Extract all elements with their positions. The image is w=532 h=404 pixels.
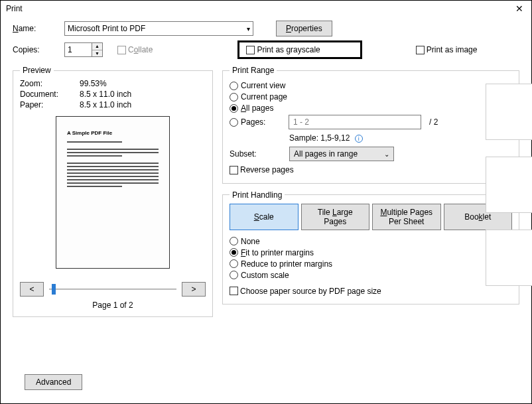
radio-all-pages[interactable]: All pages xyxy=(230,103,512,113)
side-slot-3 xyxy=(486,230,532,286)
grayscale-highlight: Print as grayscale xyxy=(237,40,362,59)
printer-name-value: Microsoft Print to PDF xyxy=(68,24,145,33)
prev-page-button[interactable]: < xyxy=(20,282,44,297)
side-slot-1 xyxy=(486,84,532,140)
right-edge-panels xyxy=(486,84,532,286)
zoom-label: Zoom: xyxy=(20,79,80,88)
advanced-button[interactable]: Advanced xyxy=(25,374,82,390)
radio-custom-scale[interactable]: Custom scale xyxy=(230,271,512,280)
spinner-down-icon[interactable]: ▼ xyxy=(92,50,102,57)
properties-button[interactable]: Properties xyxy=(276,21,332,36)
document-value: 8.5 x 11.0 inch xyxy=(80,90,131,99)
document-label: Document: xyxy=(20,90,80,99)
zoom-value: 99.53% xyxy=(80,79,107,88)
printer-name-combo[interactable]: Microsoft Print to PDF ▾ xyxy=(64,21,253,36)
print-dialog: Print ✕ Name: Microsoft Print to PDF ▾ P… xyxy=(0,0,532,404)
tab-tile-large-pages[interactable]: Tile LargePages xyxy=(301,204,370,230)
pages-total: / 2 xyxy=(429,117,438,127)
pages-sample-label: Sample: 1,5-9,12 xyxy=(289,133,350,143)
next-page-button[interactable]: > xyxy=(182,282,206,297)
info-icon[interactable]: i xyxy=(355,135,363,143)
radio-fit-margins[interactable]: Fit to printer margins xyxy=(230,248,512,257)
copies-input[interactable]: 1 xyxy=(64,42,92,57)
subset-label: Subset: xyxy=(230,149,289,159)
choose-paper-source-checkbox[interactable]: Choose paper source by PDF page size xyxy=(230,287,381,296)
print-handling-legend: Print Handling xyxy=(230,190,285,200)
name-label: Name: xyxy=(13,24,59,33)
window-title: Print xyxy=(6,4,23,13)
side-slot-2 xyxy=(486,157,532,213)
paper-value: 8.5 x 11.0 inch xyxy=(80,100,131,109)
radio-current-view[interactable]: Current view xyxy=(230,81,512,90)
checkbox-icon xyxy=(117,46,126,54)
paper-label: Paper: xyxy=(20,100,80,109)
tab-scale[interactable]: Scale xyxy=(230,204,299,230)
print-as-image-checkbox[interactable]: Print as image xyxy=(416,45,478,54)
chevron-down-icon: ⌄ xyxy=(384,151,389,158)
collate-checkbox: Collate xyxy=(117,45,153,54)
preview-page-title: A Simple PDF File xyxy=(67,130,159,136)
subset-combo[interactable]: All pages in range ⌄ xyxy=(289,147,394,161)
print-range-group: Print Range Current view Current page Al… xyxy=(222,66,519,184)
checkbox-icon xyxy=(246,46,255,54)
reverse-pages-checkbox[interactable]: Reverse pages xyxy=(230,165,294,174)
preview-group: Preview Zoom:99.53% Document:8.5 x 11.0 … xyxy=(13,66,213,317)
copies-spinner[interactable]: ▲ ▼ xyxy=(92,42,103,57)
radio-current-page[interactable]: Current page xyxy=(230,92,512,101)
preview-legend: Preview xyxy=(20,66,54,75)
radio-reduce-margins[interactable]: Reduce to printer margins xyxy=(230,259,512,269)
chevron-down-icon: ▾ xyxy=(247,25,250,33)
spinner-up-icon[interactable]: ▲ xyxy=(92,43,102,50)
page-indicator: Page 1 of 2 xyxy=(20,301,206,310)
print-handling-group: Print Handling Scale Tile LargePages Mul… xyxy=(222,190,519,305)
pages-input[interactable]: 1 - 2 xyxy=(289,115,421,129)
copies-label: Copies: xyxy=(13,45,59,54)
radio-scale-none[interactable]: None xyxy=(230,237,512,246)
radio-pages[interactable]: Pages: 1 - 2 / 2 xyxy=(230,115,512,129)
titlebar: Print ✕ xyxy=(1,1,531,18)
tab-multiple-per-sheet[interactable]: Multiple PagesPer Sheet xyxy=(372,204,441,230)
print-grayscale-checkbox[interactable]: Print as grayscale xyxy=(246,45,320,54)
page-preview: A Simple PDF File xyxy=(56,116,170,269)
page-slider[interactable] xyxy=(49,287,176,291)
checkbox-icon xyxy=(416,46,425,54)
close-icon[interactable]: ✕ xyxy=(513,3,526,14)
print-range-legend: Print Range xyxy=(230,66,277,75)
